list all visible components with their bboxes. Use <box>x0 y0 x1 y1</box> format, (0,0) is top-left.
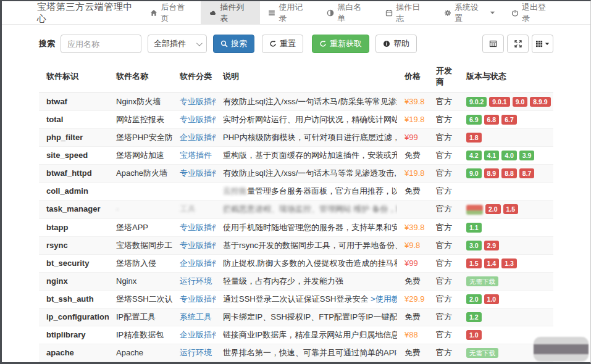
cell-price: 免费 <box>397 183 429 201</box>
version-badge[interactable]: 4.2 <box>466 151 482 160</box>
cell-developer: 官方 <box>429 147 459 165</box>
cell-developer: 官方 <box>429 254 459 272</box>
version-badge[interactable]: 8.7 <box>519 168 535 178</box>
version-badge[interactable]: 2.0 <box>466 294 482 304</box>
version-badge[interactable]: 2.9 <box>484 241 500 250</box>
developer: 官方 <box>436 204 452 213</box>
description-text: 防止提权,防御大多数的入侵提权攻击造成的挂马和被挖矿... <box>223 259 397 268</box>
nav-item-plugin-list[interactable]: 插件列表 <box>201 1 260 24</box>
cell-category: 专业版插件 <box>172 93 216 111</box>
category-link[interactable]: 企业版插件 <box>180 133 216 142</box>
version-badge[interactable]: 1.2 <box>466 312 482 322</box>
version-badge[interactable]: 3.9 <box>519 151 535 160</box>
nav-item-label: 后台首页 <box>161 2 193 24</box>
category-select-value: 全部插件 <box>154 38 186 49</box>
nav-item-usage-log[interactable]: 使用记录 <box>260 1 319 24</box>
price: ¥88 <box>404 330 418 339</box>
table-header-row: 软件标识 软件名称 软件分类 说明 价格 开发商 版本与状态 <box>39 60 553 93</box>
nav-item-operation-log[interactable]: 操作日志 <box>377 1 436 24</box>
nav-item-home[interactable]: 后台首页 <box>142 1 201 24</box>
developer: 官方 <box>436 294 452 304</box>
version-badge[interactable]: 6.7 <box>501 115 517 125</box>
cell-developer: 官方 <box>429 308 459 326</box>
description-text: 有效防止sql注入/xss/一句话木马等常见渗透攻击,当前仅... <box>223 168 397 178</box>
software-id: btapp <box>46 223 68 232</box>
nav-item-system-settings[interactable]: 系统设置 <box>436 1 503 24</box>
software-id: nginx <box>46 276 68 286</box>
cell-developer: 官方 <box>429 272 459 290</box>
help-button[interactable]: 帮助 <box>375 35 417 53</box>
columns-grid-icon <box>535 40 543 48</box>
version-badge[interactable]: 8.9.9 <box>530 97 550 107</box>
category-link[interactable]: 专业版插件 <box>180 97 216 106</box>
search-button[interactable]: 搜索 <box>213 35 254 53</box>
nav-item-label: 黑白名单 <box>337 2 369 24</box>
nav-item-blackwhite-list[interactable]: 黑白名单 <box>319 1 377 24</box>
version-badge[interactable]: 无需下载 <box>466 276 498 286</box>
category-link[interactable]: 系统工具 <box>180 312 212 321</box>
version-badge[interactable]: 1.5 <box>503 204 519 214</box>
redaction-blob-bar <box>534 344 589 354</box>
version-badge[interactable]: 6.9 <box>466 115 482 125</box>
category-link[interactable]: 专业版插件 <box>180 241 216 250</box>
category-link[interactable]: 运行环境 <box>180 276 212 286</box>
reset-button[interactable]: 重置 <box>262 35 303 53</box>
version-badge[interactable]: 1.3 <box>501 259 517 268</box>
detail-view-button[interactable] <box>482 35 504 53</box>
version-badge[interactable]: 2.0 <box>485 204 501 214</box>
cell-description: 重构版，基于页面缓存的网站加速插件，安装或升级到此... <box>216 147 397 165</box>
cell-versions: 1.1 <box>459 218 553 236</box>
columns-button[interactable] <box>532 35 553 53</box>
software-name: 网站监控报表 <box>116 115 164 124</box>
table-row: btwafNginx防火墙专业版插件有效防止sql注入/xss/一句话木马/防采… <box>39 93 553 111</box>
version-badge[interactable]: 1.4 <box>484 259 500 268</box>
price: ¥39.8 <box>404 223 425 232</box>
version-badge[interactable]: 9.0 <box>466 168 482 178</box>
cell-description: 通过SSH登录二次认证保证SSH登录安全 >使用教程 <box>216 290 397 308</box>
version-badge[interactable]: 1.8 <box>466 133 482 143</box>
price: 免费 <box>404 151 421 160</box>
cell-software-id: coll_admin <box>39 183 109 201</box>
cell-software-id: total <box>39 111 109 129</box>
cell-price: ¥88 <box>397 326 429 344</box>
version-badge[interactable]: 3.0 <box>466 241 482 250</box>
version-badge[interactable]: 9.0.2 <box>466 97 487 107</box>
brand-title: 宝塔第三方云端管理中心 <box>37 1 142 25</box>
category-link[interactable]: 专业版插件 <box>180 223 216 232</box>
version-badge[interactable]: 1.5 <box>466 259 482 268</box>
category-link[interactable]: 专业版插件 <box>180 168 216 178</box>
category-link[interactable]: 宝塔插件 <box>180 151 212 160</box>
description-text: 拦截恶意进程、现场监控、管理网站 维护 备份，对比... <box>223 204 397 213</box>
category-link[interactable]: 专业版插件 <box>180 115 216 124</box>
description-text: 有效防止sql注入/xss/一句话木马/防采集等常见渗透攻击... <box>223 97 397 106</box>
refresh-button[interactable]: 重新获取 <box>312 35 369 53</box>
description-text: 轻量级，占有内存少，并发能力强 <box>223 276 343 286</box>
version-badge[interactable]: 9.0.1 <box>489 97 509 107</box>
version-badge[interactable]: 1.0 <box>466 330 482 340</box>
cell-versions <box>459 183 553 201</box>
cell-description: 使用手机随时随地管理您的服务器，支持苹果和安卓 > 组... <box>216 218 397 236</box>
category-link[interactable]: 企业版插件 <box>180 330 216 339</box>
version-badge[interactable]: 1.0 <box>484 294 500 304</box>
category-select[interactable]: 全部插件 <box>148 35 207 53</box>
version-badge[interactable]: 4.0 <box>501 151 517 160</box>
cell-versions: 9.08.98.88.7 <box>459 165 553 183</box>
category-link[interactable]: 专业版插件 <box>180 294 216 304</box>
version-badge[interactable]: 4.1 <box>484 151 500 160</box>
cell-price <box>397 201 429 219</box>
software-name: 堡塔PHP安全防护 <box>116 133 172 142</box>
version-badge[interactable]: 6.8 <box>484 115 500 125</box>
cell-developer: 官方 <box>429 129 459 147</box>
nav-item-logout[interactable]: 退出登录 <box>503 1 562 24</box>
description-link[interactable]: >使用教程 <box>371 294 397 304</box>
version-badge[interactable]: 无需下载 <box>466 348 498 358</box>
version-badge[interactable]: 9.0 <box>513 97 528 107</box>
category-link[interactable]: 运行环境 <box>180 348 212 357</box>
category-link[interactable]: 企业版插件 <box>180 259 216 268</box>
version-badge[interactable]: 8.9 <box>484 168 500 178</box>
version-badge[interactable]: 1.1 <box>466 223 482 233</box>
search-input[interactable] <box>61 35 141 53</box>
fullscreen-button[interactable] <box>507 35 529 53</box>
version-badge[interactable]: 8.8 <box>501 168 517 178</box>
search-icon <box>220 40 228 48</box>
